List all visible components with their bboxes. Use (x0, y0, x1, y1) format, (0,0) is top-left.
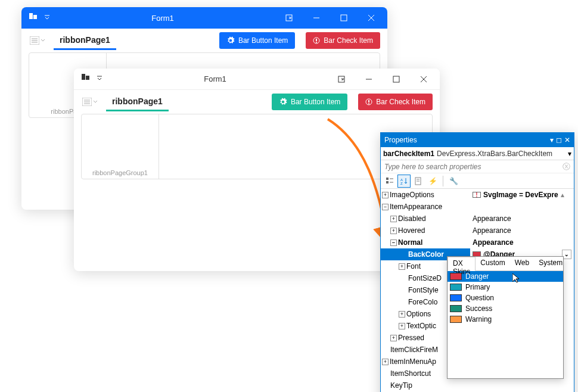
color-swatch (450, 294, 462, 301)
color-item-warning[interactable]: Warning (448, 314, 563, 325)
page-group-label: ribbonPageGroup1 (82, 169, 159, 176)
color-swatch (450, 305, 462, 312)
svg-rect-14 (338, 76, 344, 82)
properties-header: Properties ▾ ◻ ✕ (381, 133, 574, 147)
svg-rect-4 (341, 15, 347, 21)
ribbon-display-button[interactable] (275, 7, 303, 29)
tab-dx-skins[interactable]: DX Skins (448, 257, 476, 271)
gear-icon (226, 36, 235, 45)
svg-rect-1 (33, 15, 37, 19)
property-value: Appearance (470, 226, 574, 235)
color-label: Primary (465, 283, 490, 291)
ribbon-tab[interactable]: ribbonPage1 (54, 32, 116, 50)
maximize-button[interactable] (383, 69, 410, 90)
expand-icon[interactable]: + (399, 311, 405, 318)
property-row[interactable]: +Disabled Appearance (381, 213, 574, 225)
minimize-button[interactable] (303, 7, 330, 29)
color-item-primary[interactable]: Primary (448, 282, 563, 293)
component-name: barCheckItem1 (383, 150, 434, 158)
categorized-button[interactable] (383, 175, 396, 188)
color-label: Warning (465, 315, 492, 323)
property-row[interactable]: KeyTip (381, 379, 574, 391)
titlebar: Form1 (74, 69, 440, 90)
expand-icon[interactable]: + (390, 228, 397, 234)
bar-check-item[interactable]: Bar Check Item (358, 94, 433, 110)
hamburger-icon[interactable] (29, 32, 46, 49)
alphabetical-button[interactable]: AZ (397, 175, 411, 188)
close-button[interactable] (358, 7, 385, 29)
bar-button-item[interactable]: Bar Button Item (272, 94, 347, 110)
svg-text:Z: Z (400, 182, 403, 185)
maximize-icon[interactable]: ◻ (556, 136, 562, 144)
bar-check-item[interactable]: Bar Check Item (306, 32, 380, 49)
dropdown-icon[interactable]: ▾ (550, 136, 554, 144)
color-picker-popup: DX Skins Custom Web System DangerPrimary… (447, 256, 564, 379)
ribbon-display-button[interactable] (328, 69, 355, 90)
property-row[interactable]: −ItemAppearance (381, 201, 574, 213)
ribbon-page-group: ribbonPageGroup1 (82, 114, 159, 179)
color-swatch (450, 316, 462, 323)
expand-icon[interactable]: + (399, 323, 405, 329)
window-title: Form1 (50, 14, 275, 23)
close-icon[interactable]: ✕ (564, 136, 570, 144)
properties-search[interactable]: ⓧ (381, 160, 574, 173)
svg-rect-12 (82, 74, 85, 80)
properties-title: Properties (384, 136, 550, 144)
svg-rect-25 (386, 181, 389, 183)
expand-icon[interactable]: + (390, 216, 397, 222)
expand-icon[interactable]: + (382, 192, 389, 198)
color-swatch (450, 273, 462, 280)
svg-rect-2 (286, 15, 292, 21)
events-button[interactable]: ⚡ (426, 175, 439, 188)
wrench-button[interactable]: 🔧 (447, 175, 460, 188)
expand-icon[interactable]: + (382, 359, 389, 365)
svg-rect-13 (86, 76, 89, 80)
maximize-button[interactable] (330, 7, 358, 29)
property-value: SvgImage = DevExpre (483, 191, 558, 199)
search-input[interactable] (384, 163, 563, 171)
ribbon-tab[interactable]: ribbonPage1 (106, 93, 169, 111)
hamburger-icon[interactable] (81, 93, 99, 111)
color-label: Danger (465, 272, 489, 281)
svg-point-11 (316, 42, 317, 43)
warn-icon: ! (473, 192, 481, 198)
expand-icon[interactable]: + (390, 335, 397, 341)
bar-button-label: Bar Button Item (238, 36, 288, 45)
property-row[interactable]: +ImageOptions !SvgImage = DevExpre▴ (381, 189, 574, 201)
property-row[interactable]: −Normal Appearance (381, 237, 574, 248)
close-button[interactable] (410, 69, 437, 90)
property-pages-button[interactable] (412, 175, 425, 188)
expand-icon[interactable]: + (399, 263, 405, 270)
property-row[interactable]: +Hovered Appearance (381, 225, 574, 237)
property-value: Appearance (470, 238, 574, 247)
tab-web[interactable]: Web (510, 257, 534, 270)
color-label: Question (465, 294, 494, 302)
color-label: Success (465, 304, 492, 313)
bar-button-item[interactable]: Bar Button Item (219, 32, 295, 49)
qat-dropdown-icon[interactable] (97, 74, 102, 83)
component-type: DevExpress.XtraBars.BarCheckItem (437, 150, 568, 158)
clear-icon[interactable]: ⓧ (563, 161, 570, 172)
bar-button-label: Bar Button Item (291, 98, 340, 106)
app-icon (81, 73, 91, 85)
collapse-icon[interactable]: − (382, 204, 389, 210)
titlebar: Form1 (21, 7, 387, 29)
svg-rect-24 (386, 178, 389, 180)
exclaim-icon (365, 98, 372, 105)
color-item-success[interactable]: Success (448, 303, 563, 314)
component-selector[interactable]: barCheckItem1 DevExpress.XtraBars.BarChe… (381, 147, 574, 160)
color-list: DangerPrimaryQuestionSuccessWarning (448, 271, 563, 325)
color-item-question[interactable]: Question (448, 293, 563, 303)
minimize-button[interactable] (355, 69, 383, 90)
window-title: Form1 (102, 74, 328, 83)
collapse-icon[interactable]: − (390, 239, 397, 246)
qat-dropdown-icon[interactable] (44, 14, 50, 23)
tab-system[interactable]: System (534, 257, 567, 270)
color-item-danger[interactable]: Danger (448, 271, 563, 282)
svg-point-23 (368, 103, 369, 104)
property-value: Appearance (470, 214, 574, 223)
bar-check-label: Bar Check Item (324, 36, 373, 45)
tab-custom[interactable]: Custom (476, 257, 509, 270)
chevron-down-icon[interactable]: ▾ (568, 150, 571, 158)
properties-toolbar: AZ ⚡ 🔧 (381, 173, 574, 189)
